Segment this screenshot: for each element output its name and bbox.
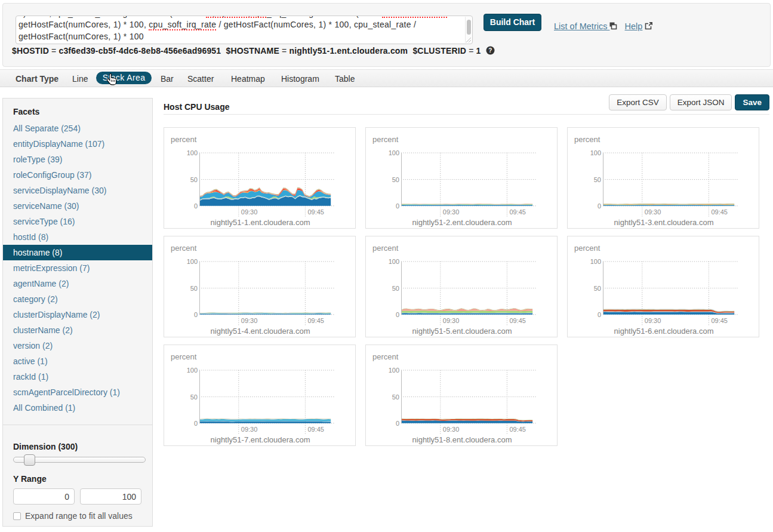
svg-text:percent: percent: [171, 244, 197, 253]
svg-text:50: 50: [392, 176, 399, 183]
svg-text:percent: percent: [574, 244, 600, 253]
svg-text:50: 50: [190, 285, 198, 292]
svg-text:09:45: 09:45: [509, 426, 526, 433]
svg-text:percent: percent: [372, 352, 399, 361]
svg-text:0: 0: [194, 311, 198, 318]
svg-text:0: 0: [396, 202, 399, 210]
svg-text:nightly51-8.ent.cloudera.com: nightly51-8.ent.cloudera.com: [412, 435, 512, 444]
svg-text:09:45: 09:45: [307, 317, 324, 324]
svg-text:100: 100: [187, 258, 198, 265]
svg-text:09:45: 09:45: [307, 208, 324, 216]
svg-text:percent: percent: [171, 135, 197, 144]
svg-text:50: 50: [594, 285, 601, 292]
svg-text:nightly51-1.ent.cloudera.com: nightly51-1.ent.cloudera.com: [211, 218, 310, 227]
svg-text:percent: percent: [574, 135, 600, 144]
svg-text:100: 100: [590, 258, 601, 265]
svg-text:nightly51-5.ent.cloudera.com: nightly51-5.ent.cloudera.com: [412, 327, 512, 336]
svg-text:0: 0: [598, 202, 601, 210]
svg-text:0: 0: [396, 311, 399, 318]
svg-text:nightly51-7.ent.cloudera.com: nightly51-7.ent.cloudera.com: [211, 435, 310, 444]
svg-text:nightly51-4.ent.cloudera.com: nightly51-4.ent.cloudera.com: [211, 327, 310, 336]
svg-text:09:30: 09:30: [443, 317, 460, 324]
svg-text:09:45: 09:45: [509, 208, 526, 216]
svg-text:0: 0: [194, 202, 198, 210]
svg-text:09:45: 09:45: [307, 426, 324, 433]
svg-text:09:30: 09:30: [443, 208, 460, 216]
svg-text:09:45: 09:45: [509, 317, 526, 324]
svg-text:09:45: 09:45: [711, 317, 728, 324]
svg-text:0: 0: [396, 420, 399, 427]
svg-text:09:30: 09:30: [241, 426, 258, 433]
svg-text:nightly51-6.ent.cloudera.com: nightly51-6.ent.cloudera.com: [614, 327, 714, 336]
svg-text:100: 100: [389, 149, 399, 156]
svg-text:50: 50: [392, 285, 399, 292]
svg-text:09:45: 09:45: [711, 208, 728, 216]
svg-text:09:30: 09:30: [241, 208, 258, 216]
svg-text:100: 100: [389, 258, 399, 265]
svg-text:?: ?: [488, 47, 492, 54]
svg-text:percent: percent: [372, 244, 399, 253]
svg-text:09:30: 09:30: [645, 317, 661, 324]
svg-text:100: 100: [187, 367, 198, 374]
svg-text:percent: percent: [171, 352, 197, 361]
svg-text:50: 50: [190, 393, 198, 401]
svg-text:09:30: 09:30: [443, 426, 460, 433]
svg-text:0: 0: [194, 420, 198, 427]
svg-text:nightly51-3.ent.cloudera.com: nightly51-3.ent.cloudera.com: [614, 218, 714, 227]
svg-text:09:30: 09:30: [241, 317, 258, 324]
svg-text:percent: percent: [372, 135, 399, 144]
svg-text:nightly51-2.ent.cloudera.com: nightly51-2.ent.cloudera.com: [412, 218, 512, 227]
svg-text:50: 50: [594, 176, 601, 183]
svg-text:100: 100: [389, 367, 399, 374]
svg-text:50: 50: [392, 393, 399, 401]
svg-text:100: 100: [590, 149, 601, 156]
svg-text:100: 100: [187, 149, 198, 156]
svg-text:50: 50: [190, 176, 198, 183]
svg-text:09:30: 09:30: [645, 208, 661, 216]
svg-text:0: 0: [598, 311, 601, 318]
